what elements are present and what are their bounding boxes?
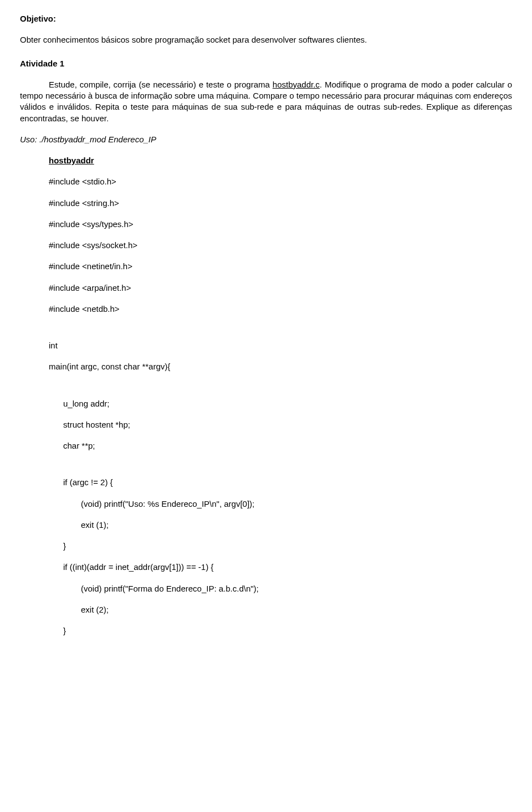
code-u-long: u_long addr;: [63, 398, 512, 409]
code-charpp: char **p;: [63, 440, 512, 451]
include-line: #include <sys/types.h>: [49, 219, 512, 230]
include-line: #include <string.h>: [49, 198, 512, 209]
activity-paragraph: Estude, compile, corrija (se necessário)…: [20, 79, 512, 124]
include-line: #include <netinet/in.h>: [49, 261, 512, 272]
activity-title: Atividade 1: [20, 58, 512, 69]
objective-heading: Objetivo:: [20, 13, 512, 24]
uso-line: Uso: ./hostbyaddr_mod Endereco_IP: [20, 134, 512, 145]
include-line: #include <netdb.h>: [49, 304, 512, 315]
code-exit1: exit (1);: [81, 520, 512, 531]
hostbyaddr-link[interactable]: hostbyaddr: [49, 156, 94, 165]
uso-value: ./hostbyaddr_mod Endereco_IP: [39, 135, 156, 144]
objective-paragraph: Obter conhecimentos básicos sobre progra…: [20, 34, 512, 45]
include-line: #include <stdio.h>: [49, 176, 512, 187]
code-int: int: [49, 340, 512, 351]
include-line: #include <sys/socket.h>: [49, 240, 512, 251]
code-exit2: exit (2);: [81, 604, 512, 615]
uso-label: Uso:: [20, 135, 39, 144]
code-if-addr: if ((int)(addr = inet_addr(argv[1])) == …: [63, 562, 512, 573]
code-main-decl: main(int argc, const char **argv){: [49, 361, 512, 372]
hostbyaddr-c-link[interactable]: hostbyaddr.c: [273, 80, 320, 89]
code-struct: struct hostent *hp;: [63, 419, 512, 430]
activity-intro-pre: Estude, compile, corrija (se necessário)…: [49, 80, 273, 89]
include-line: #include <arpa/inet.h>: [49, 282, 512, 294]
code-printf-uso: (void) printf("Uso: %s Endereco_IP\n", a…: [81, 498, 512, 510]
hostbyaddr-link-line: hostbyaddr: [49, 155, 512, 166]
code-if-argc: if (argc != 2) {: [63, 477, 512, 488]
code-printf-forma: (void) printf("Forma do Endereco_IP: a.b…: [81, 583, 512, 594]
code-close-brace: }: [63, 541, 512, 552]
code-close-brace-2: }: [63, 625, 512, 636]
